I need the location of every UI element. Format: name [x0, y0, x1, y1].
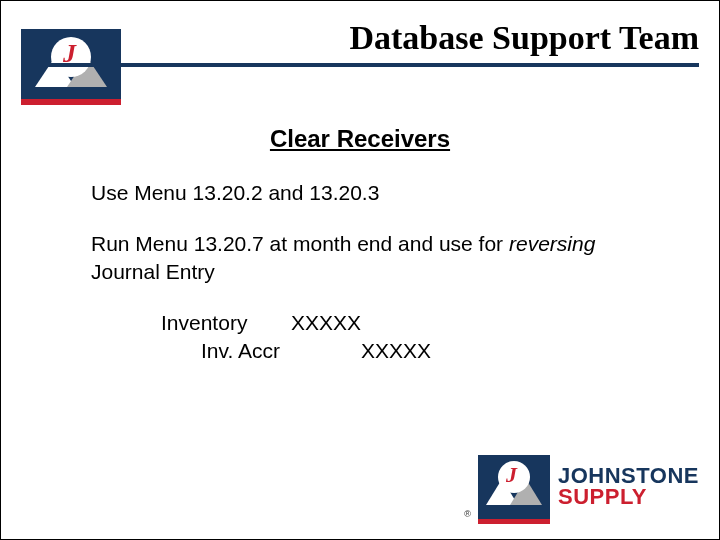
slide-content: Clear Receivers Use Menu 13.20.2 and 13.…: [1, 111, 719, 366]
instruction-line-1: Use Menu 13.20.2 and 13.20.3: [91, 179, 629, 206]
section-subtitle: Clear Receivers: [91, 125, 629, 153]
footer-logo-letter: J: [506, 462, 517, 488]
instruction-line-2: Run Menu 13.20.7 at month end and use fo…: [91, 230, 629, 285]
page-title: Database Support Team: [349, 19, 699, 57]
journal-entry-block: Inventory XXXXX Inv. Accr XXXXX: [161, 309, 629, 366]
instruction-line-2-em: reversing: [509, 232, 595, 255]
je-row-debit: Inventory XXXXX: [161, 309, 629, 337]
footer-logo-mark: J: [478, 455, 550, 519]
johnstone-logo-small: J: [21, 29, 121, 107]
slide-header: J Database Support Team: [1, 1, 719, 111]
footer-brand-line2: SUPPLY: [558, 487, 699, 508]
johnstone-logo-footer: J JOHNSTONE SUPPLY: [478, 455, 699, 519]
instruction-line-2a: Run Menu 13.20.7 at month end and use fo…: [91, 232, 509, 255]
je-row-credit: Inv. Accr XXXXX: [161, 337, 629, 365]
logo-red-bar-icon: [21, 99, 121, 105]
registered-mark: ®: [464, 509, 471, 519]
instruction-line-2b: Journal Entry: [91, 260, 215, 283]
je-credit-amount: XXXXX: [361, 337, 431, 365]
je-credit-label: Inv. Accr: [161, 337, 361, 365]
header-divider: [21, 63, 699, 67]
je-debit-label: Inventory: [161, 309, 291, 337]
footer-red-bar-icon: [478, 519, 550, 524]
footer-logo-text: JOHNSTONE SUPPLY: [558, 466, 699, 508]
je-debit-amount: XXXXX: [291, 309, 411, 337]
